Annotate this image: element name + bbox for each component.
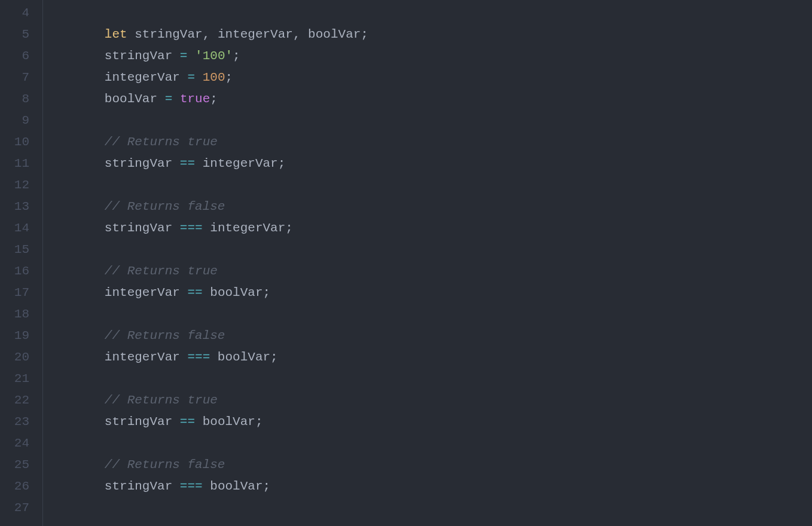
line-number: 11	[0, 153, 42, 175]
code-token: =	[165, 92, 173, 106]
code-token: let	[105, 27, 127, 41]
line-number: 20	[0, 347, 42, 368]
code-line[interactable]: stringVar == boolVar;	[44, 411, 263, 433]
code-token: ==	[180, 157, 195, 170]
code-token	[172, 92, 180, 106]
line-number: 8	[0, 88, 42, 110]
line-number: 17	[0, 282, 42, 304]
code-token: stringVar	[105, 221, 180, 235]
code-token: ;	[270, 350, 278, 364]
code-token	[187, 49, 195, 63]
code-editor[interactable]: 4567891011121314151617181920212223242526…	[0, 0, 812, 526]
code-token: integerVar	[210, 27, 293, 41]
code-token: ===	[180, 479, 203, 493]
code-token: ==	[180, 415, 195, 429]
code-token: boolVar	[301, 27, 361, 41]
code-line[interactable]: stringVar == integerVar;	[44, 153, 285, 175]
code-token: ===	[187, 350, 210, 364]
code-line[interactable]: // Returns true	[44, 390, 218, 411]
code-line[interactable]: let stringVar, integerVar, boolVar;	[44, 24, 368, 45]
code-token: // Returns false	[105, 458, 225, 472]
line-number: 13	[0, 196, 42, 218]
line-number: 6	[0, 45, 42, 67]
code-line[interactable]: integerVar = 100;	[44, 67, 233, 88]
code-line[interactable]: // Returns false	[44, 196, 225, 218]
code-token: true	[180, 92, 210, 106]
line-number: 5	[0, 24, 42, 45]
code-token: ;	[285, 221, 293, 235]
code-token: // Returns true	[105, 264, 218, 278]
code-token: ,	[293, 27, 301, 41]
code-token: stringVar	[105, 49, 180, 63]
line-number: 16	[0, 261, 42, 282]
code-line[interactable]: stringVar === integerVar;	[44, 218, 293, 239]
line-number: 10	[0, 132, 42, 153]
code-token: stringVar	[105, 157, 180, 170]
code-token: integerVar	[105, 71, 188, 84]
line-number: 26	[0, 476, 42, 497]
code-line[interactable]: stringVar = '100';	[44, 45, 240, 67]
code-token: stringVar	[105, 479, 180, 493]
line-number: 15	[0, 239, 42, 261]
code-token: boolVar	[105, 92, 165, 106]
code-token	[195, 71, 203, 84]
code-token: // Returns false	[105, 200, 225, 213]
code-area[interactable]: let stringVar, integerVar, boolVar; stri…	[43, 0, 812, 526]
code-token: integerVar	[195, 157, 278, 170]
line-number: 27	[0, 497, 42, 519]
code-token: stringVar	[105, 415, 180, 429]
code-line[interactable]: // Returns false	[44, 454, 225, 476]
line-number: 23	[0, 411, 42, 433]
code-token: boolVar	[210, 350, 270, 364]
code-token: ;	[233, 49, 240, 63]
code-token: ;	[210, 92, 218, 106]
code-line[interactable]: boolVar = true;	[44, 88, 218, 110]
code-line[interactable]: integerVar == boolVar;	[44, 282, 270, 304]
code-token: ===	[180, 221, 203, 235]
code-line[interactable]: stringVar === boolVar;	[44, 476, 270, 497]
line-number-gutter: 4567891011121314151617181920212223242526…	[0, 0, 43, 526]
code-line[interactable]: // Returns true	[44, 132, 218, 153]
code-token: ;	[263, 479, 271, 493]
line-number: 24	[0, 433, 42, 454]
code-token: integerVar	[203, 221, 286, 235]
code-token: integerVar	[105, 286, 188, 299]
line-number: 21	[0, 368, 42, 390]
line-number: 12	[0, 175, 42, 196]
code-token: ;	[361, 27, 368, 41]
code-token: ==	[187, 286, 202, 299]
code-token: // Returns true	[105, 393, 218, 407]
line-number: 18	[0, 304, 42, 325]
code-token: ;	[255, 415, 263, 429]
code-token: integerVar	[105, 350, 188, 364]
line-number: 25	[0, 454, 42, 476]
line-number: 7	[0, 67, 42, 88]
line-number: 14	[0, 218, 42, 239]
code-line[interactable]: integerVar === boolVar;	[44, 347, 278, 368]
code-token: 100	[203, 71, 225, 84]
code-token: boolVar	[203, 286, 263, 299]
line-number: 4	[0, 2, 42, 24]
line-number: 19	[0, 325, 42, 347]
code-token: stringVar	[127, 27, 203, 41]
code-token: ;	[225, 71, 233, 84]
code-token: boolVar	[195, 415, 255, 429]
code-token: ,	[203, 27, 210, 41]
code-token: // Returns true	[105, 135, 218, 149]
line-number: 22	[0, 390, 42, 411]
code-line[interactable]: // Returns true	[44, 261, 218, 282]
code-token: ;	[263, 286, 271, 299]
code-token: ;	[278, 157, 286, 170]
code-token: // Returns false	[105, 329, 225, 342]
line-number: 9	[0, 110, 42, 132]
code-line[interactable]: // Returns false	[44, 325, 225, 347]
code-token: '100'	[195, 49, 233, 63]
code-token: boolVar	[203, 479, 263, 493]
code-token: =	[187, 71, 195, 84]
code-token: =	[180, 49, 188, 63]
